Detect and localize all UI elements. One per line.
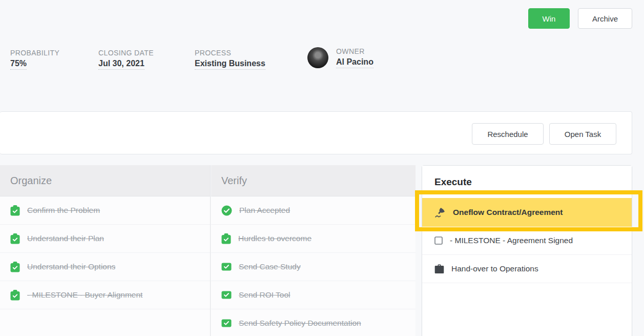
square-check-icon [221, 263, 232, 271]
owner-field: OWNER Al Pacino [307, 47, 373, 68]
pen-signature-icon [434, 207, 446, 218]
deal-meta-row: PROBABILITY 75% CLOSING DATE Jul 30, 202… [0, 49, 644, 72]
task-item-label: Understand their Plan [27, 234, 104, 243]
closing-date-value[interactable]: Jul 30, 2021 [98, 59, 144, 70]
organize-item-list: Confirm the ProblemUnderstand their Plan… [0, 196, 210, 309]
task-item-label: Send Case Study [239, 262, 301, 271]
process-label: PROCESS [195, 49, 265, 57]
task-item-label: Send ROI Tool [239, 290, 290, 300]
task-item-label: Send Safety Policy Documentation [239, 319, 361, 328]
task-item[interactable]: - MILESTONE - Buyer Alignment [0, 281, 210, 309]
clipboard-check-icon [10, 233, 20, 244]
square-check-icon [221, 291, 232, 299]
column-organize: Organize Confirm the ProblemUnderstand t… [0, 165, 211, 336]
task-item[interactable]: Send Safety Policy Documentation [211, 309, 416, 336]
task-item[interactable]: Confirm the Problem [0, 196, 210, 225]
task-item-label: - MILESTONE - Agreement Signed [450, 236, 573, 245]
opportunity-page: Win Archive PROBABILITY 75% CLOSING DATE… [0, 0, 644, 336]
open-task-button[interactable]: Open Task [549, 123, 616, 145]
task-item[interactable]: Send Case Study [211, 253, 416, 281]
archive-button[interactable]: Archive [578, 8, 632, 29]
clipboard-check-icon [221, 233, 231, 244]
execute-item-list: Oneflow Contract/Agreement- MILESTONE - … [422, 198, 632, 283]
task-item[interactable]: - MILESTONE - Agreement Signed [422, 227, 632, 255]
task-item[interactable]: Understand their Plan [0, 225, 210, 253]
task-item-label: Hand-over to Operations [451, 264, 538, 273]
task-toolbar-card: Reschedule Open Task [0, 111, 632, 154]
checkbox-empty-icon [434, 236, 443, 245]
task-item[interactable]: Oneflow Contract/Agreement [422, 198, 632, 227]
square-check-icon [221, 319, 232, 327]
owner-label: OWNER [336, 47, 373, 55]
probability-field: PROBABILITY 75% [10, 49, 59, 70]
process-field: PROCESS Existing Business [195, 49, 265, 70]
column-verify: Verify Plan AcceptedHurdles to overcomeS… [211, 165, 416, 336]
task-item[interactable]: Plan Accepted [211, 196, 416, 225]
task-item-label: Understand their Options [27, 262, 115, 271]
column-organize-title: Organize [0, 165, 210, 196]
column-execute: Execute Oneflow Contract/Agreement- MILE… [422, 165, 632, 336]
task-item-label: - MILESTONE - Buyer Alignment [27, 290, 142, 300]
task-item-label: Plan Accepted [239, 206, 290, 215]
clipboard-check-icon [10, 262, 20, 272]
closing-date-label: CLOSING DATE [98, 49, 154, 57]
process-value[interactable]: Existing Business [195, 59, 265, 70]
task-item-label: Oneflow Contract/Agreement [453, 208, 563, 217]
task-item[interactable]: Hurdles to overcome [211, 225, 416, 253]
closing-date-field: CLOSING DATE Jul 30, 2021 [98, 49, 154, 70]
owner-avatar [307, 47, 328, 68]
task-item[interactable]: Understand their Options [0, 253, 210, 281]
probability-label: PROBABILITY [10, 49, 59, 57]
header-actions: Win Archive [528, 8, 632, 29]
task-item-label: Hurdles to overcome [238, 234, 311, 243]
win-button[interactable]: Win [528, 8, 570, 29]
task-item-label: Confirm the Problem [27, 206, 100, 215]
clipboard-check-icon [10, 290, 20, 301]
task-item[interactable]: Send ROI Tool [211, 281, 416, 309]
verify-item-list: Plan AcceptedHurdles to overcomeSend Cas… [211, 196, 416, 336]
owner-value[interactable]: Al Pacino [336, 57, 373, 68]
probability-value[interactable]: 75% [10, 59, 27, 70]
clipboard-check-icon [10, 205, 20, 216]
task-item[interactable]: Hand-over to Operations [422, 255, 632, 283]
column-verify-title: Verify [211, 165, 416, 196]
column-execute-title: Execute [422, 166, 632, 198]
circle-check-icon [221, 205, 232, 216]
briefcase-icon [434, 264, 444, 273]
reschedule-button[interactable]: Reschedule [472, 123, 544, 145]
